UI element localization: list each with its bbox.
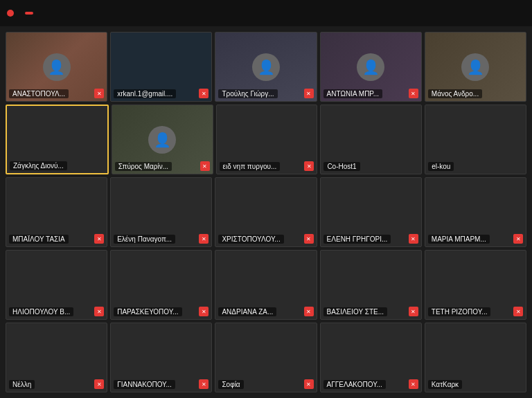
tile-r5c3[interactable]: Σοφία — [215, 323, 317, 392]
grid-row5: ΝέλληΓΙΑΝΝΑΚΟΠΟΥ...ΣοφίαΑΓΓΕΛΑΚΟΠΟΥ...Κα… — [6, 323, 526, 392]
mute-icon-r3c4 — [409, 234, 418, 244]
mute-icon-r2c2 — [200, 161, 210, 171]
mute-icon-r3c1 — [94, 234, 104, 244]
top-bar — [0, 0, 532, 26]
mute-icon-r4c2 — [199, 307, 209, 316]
recording-dot — [7, 10, 14, 17]
tile-r2c4[interactable]: Co-Host1 — [320, 105, 422, 174]
tile-name-r5c3: Σοφία — [218, 380, 243, 389]
mute-icon-r5c2 — [199, 379, 209, 389]
tile-r1c3[interactable]: 👤Τρούλης Γιώργ... — [215, 32, 317, 102]
mute-icon-r3c5 — [513, 234, 523, 244]
tile-name-r1c4: ΑΝΤΩΝΙΑ ΜΠΡ... — [323, 89, 382, 98]
tile-name-r5c5: ΚατΚαρκ — [428, 380, 462, 389]
mute-icon-r3c2 — [199, 234, 209, 244]
mute-icon-r4c5 — [513, 307, 523, 316]
tile-name-r3c4: ΕΛΕΝΗ ΓΡΗΓΟΡΙ... — [323, 235, 391, 244]
mute-icon-r5c1 — [94, 379, 104, 389]
tile-r2c3[interactable]: ειδ νηπ πυργου... — [216, 105, 318, 174]
tile-r1c1[interactable]: 👤ΑΝΑΣΤΟΠΟΥΛ... — [6, 32, 107, 102]
tile-name-r4c3: ΑΝΔΡΙΑΝΑ ΖΑ... — [218, 307, 276, 316]
tile-name-r1c2: xrkanl.1@gmail.... — [114, 89, 176, 98]
tile-name-r1c1: ΑΝΑΣΤΟΠΟΥΛ... — [9, 89, 69, 98]
tile-r3c5[interactable]: ΜΑΡΙΑ ΜΠΑΡΜ... — [425, 177, 526, 247]
tile-name-r4c2: ΠΑΡΑΣΚΕΥΟΠΟΥ... — [114, 307, 181, 316]
grid-row2: Ζάγκλης Διονύ...👤Σπύρος Μαρίν...ειδ νηπ … — [6, 105, 526, 174]
tile-name-r3c1: ΜΠΑΪΛΟΥ ΤΑΣΙΑ — [9, 235, 69, 244]
grid-row1: 👤ΑΝΑΣΤΟΠΟΥΛ...xrkanl.1@gmail....👤Τρούλης… — [6, 32, 526, 102]
tile-r3c4[interactable]: ΕΛΕΝΗ ΓΡΗΓΟΡΙ... — [320, 177, 422, 247]
tile-name-r5c2: ΓΙΑΝΝΑΚΟΠΟΥ... — [114, 380, 175, 389]
tile-name-r5c1: Νέλλη — [9, 380, 35, 389]
mute-icon-r1c2 — [199, 89, 209, 98]
mute-icon-r1c1 — [94, 89, 104, 98]
grid-row4: ΗΛΙΟΠΟΥΛΟΥ Β...ΠΑΡΑΣΚΕΥΟΠΟΥ...ΑΝΔΡΙΑΝΑ Ζ… — [6, 250, 526, 320]
tile-name-r3c3: ΧΡΙΣΤΟΠΟΥΛΟΥ... — [218, 235, 283, 244]
tile-name-r2c3: ειδ νηπ πυργου... — [220, 162, 281, 171]
tile-name-r4c1: ΗΛΙΟΠΟΥΛΟΥ Β... — [9, 307, 73, 316]
tile-name-r4c5: ΤΕΤΗ ΡΙΖΟΠΟΥ... — [428, 307, 491, 316]
tile-r4c1[interactable]: ΗΛΙΟΠΟΥΛΟΥ Β... — [6, 250, 107, 320]
tile-name-r5c4: ΑΓΓΕΛΑΚΟΠΟΥ... — [323, 380, 386, 389]
tile-r1c2[interactable]: xrkanl.1@gmail.... — [110, 32, 212, 102]
mute-icon-r4c1 — [94, 307, 104, 316]
tile-r2c1[interactable]: Ζάγκλης Διονύ... — [6, 105, 109, 174]
tile-name-r3c2: Ελένη Παναγοπ... — [114, 235, 175, 244]
mute-icon-r5c4 — [409, 379, 418, 389]
mute-icon-r4c4 — [409, 307, 418, 316]
tile-r5c2[interactable]: ΓΙΑΝΝΑΚΟΠΟΥ... — [110, 323, 212, 392]
video-grid: 👤ΑΝΑΣΤΟΠΟΥΛ...xrkanl.1@gmail....👤Τρούλης… — [0, 26, 532, 398]
tile-r1c4[interactable]: 👤ΑΝΤΩΝΙΑ ΜΠΡ... — [320, 32, 422, 102]
avatar-r2c2: 👤 — [148, 126, 176, 154]
tile-r1c5[interactable]: 👤Μάνος Ανδρο... — [425, 32, 526, 102]
tile-r4c4[interactable]: ΒΑΣΙΛΕΙΟΥ ΣΤΕ... — [320, 250, 422, 320]
tile-name-r1c3: Τρούλης Γιώργ... — [218, 89, 277, 98]
tile-name-r2c5: el-kou — [428, 162, 454, 171]
tile-name-r4c4: ΒΑΣΙΛΕΙΟΥ ΣΤΕ... — [323, 307, 387, 316]
tile-name-r2c1: Ζάγκλης Διονύ... — [10, 161, 67, 170]
tile-r3c1[interactable]: ΜΠΑΪΛΟΥ ΤΑΣΙΑ — [6, 177, 107, 247]
tile-name-r1c5: Μάνος Ανδρο... — [428, 89, 482, 98]
tile-name-r2c4: Co-Host1 — [323, 162, 360, 171]
avatar-r1c1: 👤 — [43, 53, 71, 81]
tile-r5c5[interactable]: ΚατΚαρκ — [425, 323, 526, 392]
tile-r2c5[interactable]: el-kou — [425, 105, 526, 174]
avatar-r1c3: 👤 — [252, 53, 280, 81]
tile-r4c5[interactable]: ΤΕΤΗ ΡΙΖΟΠΟΥ... — [425, 250, 526, 320]
tile-r4c3[interactable]: ΑΝΔΡΙΑΝΑ ΖΑ... — [215, 250, 317, 320]
tile-name-r2c2: Σπύρος Μαρίν... — [115, 162, 172, 171]
live-badge — [25, 12, 33, 15]
mute-icon-r3c3 — [304, 234, 314, 244]
mute-icon-r4c3 — [304, 307, 314, 316]
mute-icon-r2c3 — [304, 161, 314, 171]
tile-name-r3c5: ΜΑΡΙΑ ΜΠΑΡΜ... — [428, 235, 490, 244]
tile-r3c2[interactable]: Ελένη Παναγοπ... — [110, 177, 212, 247]
tile-r3c3[interactable]: ΧΡΙΣΤΟΠΟΥΛΟΥ... — [215, 177, 317, 247]
tile-r4c2[interactable]: ΠΑΡΑΣΚΕΥΟΠΟΥ... — [110, 250, 212, 320]
mute-icon-r1c3 — [304, 89, 314, 98]
avatar-r1c4: 👤 — [357, 53, 384, 81]
mute-icon-r1c4 — [409, 89, 418, 98]
tile-r2c2[interactable]: 👤Σπύρος Μαρίν... — [112, 105, 213, 174]
mute-icon-r5c3 — [304, 379, 314, 389]
grid-row3: ΜΠΑΪΛΟΥ ΤΑΣΙΑΕλένη Παναγοπ...ΧΡΙΣΤΟΠΟΥΛΟ… — [6, 177, 526, 247]
avatar-r1c5: 👤 — [461, 53, 489, 81]
tile-r5c4[interactable]: ΑΓΓΕΛΑΚΟΠΟΥ... — [320, 323, 422, 392]
tile-r5c1[interactable]: Νέλλη — [6, 323, 107, 392]
